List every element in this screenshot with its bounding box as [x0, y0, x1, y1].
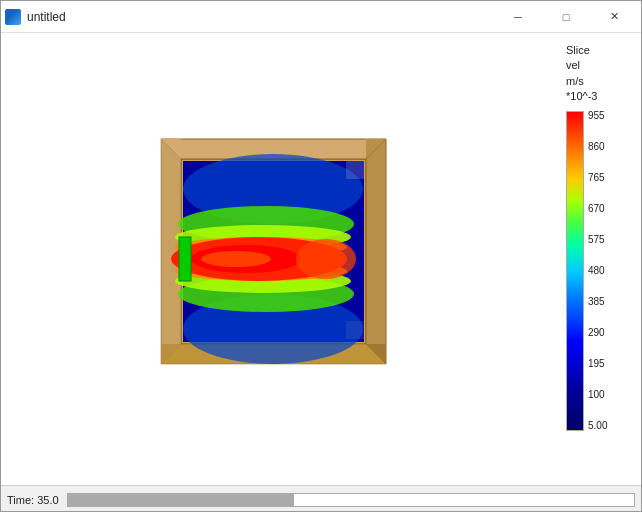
legend-value: 100	[588, 390, 607, 400]
viz-area	[1, 33, 561, 485]
legend-line2: vel	[566, 58, 597, 73]
legend-value: 765	[588, 173, 607, 183]
svg-marker-26	[346, 321, 364, 339]
time-display: Time: 35.0	[7, 494, 59, 506]
legend-value: 860	[588, 142, 607, 152]
statusbar: Time: 35.0	[1, 485, 641, 512]
legend-value: 955	[588, 111, 607, 121]
close-button[interactable]: ✕	[591, 3, 637, 31]
titlebar: untitled ─ □ ✕	[1, 1, 641, 33]
legend-bar-container: 9558607656705754803852901951005.00	[566, 111, 607, 431]
viz-canvas	[151, 129, 411, 389]
svg-rect-24	[179, 237, 191, 281]
progress-bar-container	[67, 493, 635, 507]
color-legend: Slice vel m/s *10^-3 9558607656705754803…	[561, 33, 641, 485]
legend-value: 575	[588, 235, 607, 245]
legend-line3: m/s	[566, 74, 597, 89]
svg-marker-3	[366, 139, 386, 364]
legend-value: 480	[588, 266, 607, 276]
app-icon	[5, 9, 21, 25]
progress-bar-fill	[68, 494, 295, 506]
maximize-button[interactable]: □	[543, 3, 589, 31]
legend-line1: Slice	[566, 43, 597, 58]
flow-visualization	[151, 129, 411, 389]
titlebar-left: untitled	[5, 9, 66, 25]
window-title: untitled	[27, 10, 66, 24]
titlebar-controls: ─ □ ✕	[495, 3, 637, 31]
svg-point-22	[201, 251, 271, 267]
legend-value: 5.00	[588, 421, 607, 431]
legend-line4: *10^-3	[566, 89, 597, 104]
main-content: Slice vel m/s *10^-3 9558607656705754803…	[1, 33, 641, 485]
minimize-button[interactable]: ─	[495, 3, 541, 31]
legend-title: Slice vel m/s *10^-3	[566, 43, 597, 105]
svg-point-23	[296, 239, 356, 279]
legend-value: 385	[588, 297, 607, 307]
legend-color-bar	[566, 111, 584, 431]
svg-marker-25	[346, 161, 364, 179]
legend-value: 195	[588, 359, 607, 369]
legend-value: 670	[588, 204, 607, 214]
legend-value: 290	[588, 328, 607, 338]
legend-labels: 9558607656705754803852901951005.00	[588, 111, 607, 431]
